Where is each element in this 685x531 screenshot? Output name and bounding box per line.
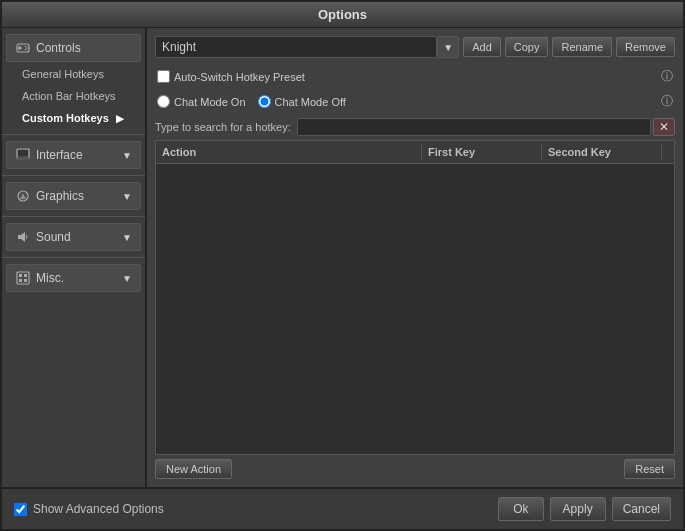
interface-icon [15,147,31,163]
graphics-icon [15,188,31,204]
svg-point-5 [25,49,27,51]
svg-rect-7 [17,157,29,160]
sidebar-sub-items-controls: General Hotkeys Action Bar Hotkeys Custo… [10,63,145,129]
sidebar-item-sound-label: Sound [36,230,71,244]
sidebar-item-interface-label: Interface [36,148,83,162]
right-panel: ▼ Add Copy Rename Remove Auto-Switch Hot… [147,28,683,487]
chevron-down-icon-sound: ▼ [122,232,132,243]
chat-mode-on-radio[interactable] [157,95,170,108]
svg-point-3 [25,46,27,48]
preset-dropdown-button[interactable]: ▼ [437,36,459,58]
search-clear-button[interactable]: ✕ [653,118,675,136]
sidebar: Controls General Hotkeys Action Bar Hotk… [2,28,147,487]
chevron-down-icon-graphics: ▼ [122,191,132,202]
auto-switch-row: Auto-Switch Hotkey Preset ⓘ [155,64,675,89]
show-advanced-text: Show Advanced Options [33,502,164,516]
auto-switch-checkbox[interactable] [157,70,170,83]
sidebar-item-controls[interactable]: Controls [6,34,141,62]
reset-button[interactable]: Reset [624,459,675,479]
search-bar: Type to search for a hotkey: ✕ [155,118,675,136]
sidebar-section-controls: Controls General Hotkeys Action Bar Hotk… [2,33,145,129]
divider-3 [2,216,145,217]
sidebar-item-interface[interactable]: Interface ▼ [6,141,141,169]
rename-button[interactable]: Rename [552,37,612,57]
show-advanced-checkbox[interactable] [14,503,27,516]
sidebar-item-misc[interactable]: Misc. ▼ [6,264,141,292]
preset-input[interactable] [155,36,437,58]
apply-button[interactable]: Apply [550,497,606,521]
chevron-down-icon-misc: ▼ [122,273,132,284]
chat-mode-row: Chat Mode On Chat Mode Off ⓘ [155,89,675,114]
chat-mode-radio-group: Chat Mode On Chat Mode Off [157,95,653,108]
col-second-key: Second Key [542,144,662,160]
sidebar-sub-item-action-bar-hotkeys[interactable]: Action Bar Hotkeys [14,86,141,106]
copy-button[interactable]: Copy [505,37,549,57]
chat-mode-off-label[interactable]: Chat Mode Off [258,95,346,108]
sidebar-item-misc-label: Misc. [36,271,64,285]
misc-icon [15,270,31,286]
table-header: Action First Key Second Key [156,141,674,164]
auto-switch-info-icon[interactable]: ⓘ [661,68,673,85]
sidebar-item-controls-label: Controls [36,41,81,55]
remove-button[interactable]: Remove [616,37,675,57]
sidebar-sub-item-custom-hotkeys[interactable]: Custom Hotkeys ▶ [14,108,141,128]
chevron-down-icon: ▼ [122,150,132,161]
col-first-key: First Key [422,144,542,160]
table-body[interactable] [156,164,674,454]
chat-mode-info-icon[interactable]: ⓘ [661,93,673,110]
ok-button[interactable]: Ok [498,497,543,521]
search-input[interactable] [297,118,651,136]
sidebar-sub-item-general-hotkeys[interactable]: General Hotkeys [14,64,141,84]
title-bar: Options [2,2,683,28]
footer-buttons: Ok Apply Cancel [498,497,671,521]
preset-bar: ▼ Add Copy Rename Remove [155,36,675,58]
options-window: Options C [0,0,685,531]
search-label: Type to search for a hotkey: [155,121,291,133]
add-button[interactable]: Add [463,37,501,57]
cancel-button[interactable]: Cancel [612,497,671,521]
svg-rect-2 [18,47,22,49]
footer: Show Advanced Options Ok Apply Cancel [2,487,683,529]
main-content: Controls General Hotkeys Action Bar Hotk… [2,28,683,487]
svg-point-4 [26,47,28,49]
sidebar-item-sound[interactable]: Sound ▼ [6,223,141,251]
svg-rect-13 [24,274,27,277]
svg-rect-14 [19,279,22,282]
chat-mode-off-radio[interactable] [258,95,271,108]
svg-rect-10 [18,235,21,239]
col-scrollbar-header [662,144,674,160]
svg-rect-15 [24,279,27,282]
sidebar-item-graphics-label: Graphics [36,189,84,203]
auto-switch-label[interactable]: Auto-Switch Hotkey Preset [157,70,305,83]
chevron-right-icon: ▶ [116,113,124,124]
hotkeys-table: Action First Key Second Key [155,140,675,455]
chat-mode-on-label[interactable]: Chat Mode On [157,95,246,108]
show-advanced-label[interactable]: Show Advanced Options [14,502,164,516]
divider-1 [2,134,145,135]
sidebar-item-graphics[interactable]: Graphics ▼ [6,182,141,210]
new-action-button[interactable]: New Action [155,459,232,479]
svg-rect-8 [18,150,28,156]
window-title: Options [318,7,367,22]
divider-4 [2,257,145,258]
svg-rect-12 [19,274,22,277]
bottom-action-bar: New Action Reset [155,459,675,479]
svg-rect-11 [17,272,29,284]
gamepad-icon [15,40,31,56]
sound-icon [15,229,31,245]
divider-2 [2,175,145,176]
col-action: Action [156,144,422,160]
